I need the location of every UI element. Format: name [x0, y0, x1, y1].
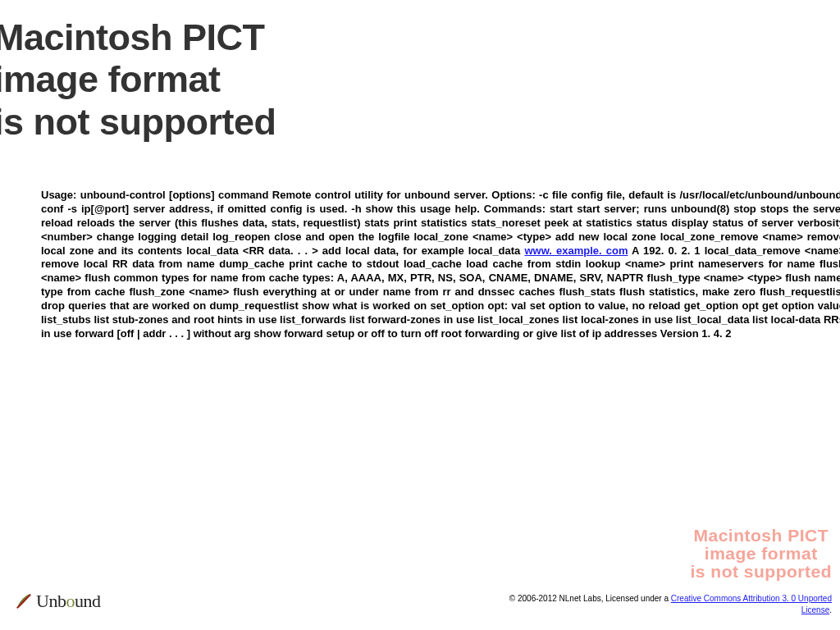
pict-unsupported-large: Macintosh PICT image format is not suppo… [0, 16, 276, 143]
pict-line: is not supported [691, 562, 833, 581]
unbound-feather-icon [15, 592, 33, 610]
footer-logo: Unbound [15, 591, 100, 612]
pict-line: image format [705, 544, 818, 563]
pict-line: is not supported [0, 101, 276, 143]
pict-line: Macintosh PICT [0, 16, 276, 58]
brand-text: Unbound [36, 591, 100, 612]
pict-unsupported-small: Macintosh PICT image format is not suppo… [691, 527, 833, 581]
copyright-suffix: . [829, 605, 832, 614]
pict-line: Macintosh PICT [693, 526, 829, 545]
usage-text-block: Usage: unbound-control [options] command… [41, 189, 840, 341]
pict-line: image format [0, 58, 276, 100]
license-link[interactable]: Creative Commons Attribution 3. 0 Unport… [671, 594, 832, 614]
copyright-notice: © 2006-2012 NLnet Labs, Licensed under a… [487, 593, 832, 615]
usage-text-post: A 192. 0. 2. 1 local_data_remove <name> … [41, 244, 840, 340]
example-domain-link[interactable]: www. example. com [524, 244, 628, 257]
copyright-prefix: © 2006-2012 NLnet Labs, Licensed under a [509, 594, 671, 603]
